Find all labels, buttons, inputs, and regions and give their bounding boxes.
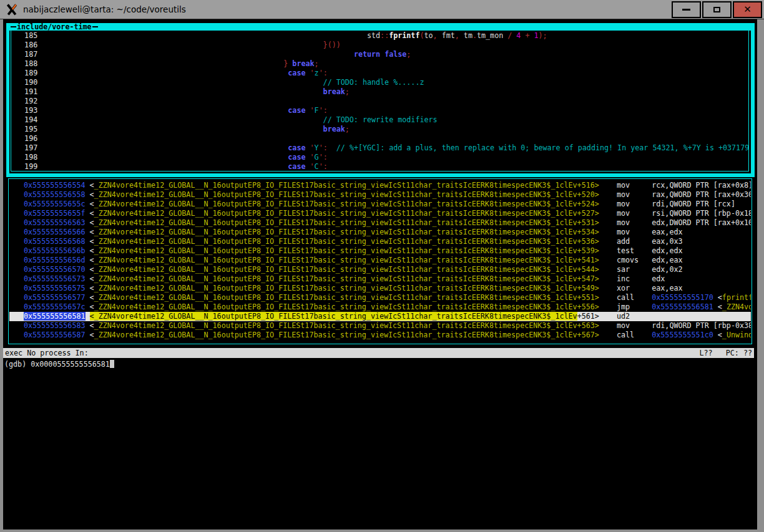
disasm-row: 0x55555555656b <_ZZN4vore4time12_GLOBAL_… (9, 246, 751, 256)
disasm-row: 0x55555555657c <_ZZN4vore4time12_GLOBAL_… (9, 302, 751, 312)
disasm-row: 0x555555556554 <_ZZN4vore4time12_GLOBAL_… (9, 181, 751, 190)
disasm-row: 0x555555556577 <_ZZN4vore4time12_GLOBAL_… (9, 293, 751, 302)
source-panel-border-top (6, 23, 755, 31)
source-panel: include/vore-time 185 std::fprintf(to, f… (6, 23, 755, 177)
disasm-row: 0x555555556581 <_ZZN4vore4time12_GLOBAL_… (9, 312, 751, 321)
minimize-icon (682, 9, 690, 11)
source-panel-title-row: include/vore-time (11, 23, 98, 31)
status-bar: exec No process In: L?? PC: ?? (3, 348, 754, 358)
disasm-row: 0x555555556558 <_ZZN4vore4time12_GLOBAL_… (9, 190, 751, 200)
minimize-button[interactable] (672, 1, 701, 18)
source-line: 197 case 'Y': // %+[YGC]: add a plus, th… (11, 143, 748, 153)
source-line: 194 // TODO: rewrite modifiers (11, 115, 748, 125)
source-line: 189 case 'z': (11, 69, 748, 78)
disassembly-panel: 0x555555556554 <_ZZN4vore4time12_GLOBAL_… (8, 178, 752, 344)
maximize-icon (713, 7, 720, 12)
source-panel-border-left (6, 23, 9, 177)
window-buttons: ✕ (670, 1, 762, 18)
terminal-screen[interactable]: include/vore-time 185 std::fprintf(to, f… (3, 20, 757, 530)
title-dash (11, 26, 16, 27)
source-panel-border-right (751, 23, 755, 177)
source-line: 195 break; (11, 125, 748, 134)
title-dash (92, 26, 98, 27)
disasm-row: 0x555555556570 <_ZZN4vore4time12_GLOBAL_… (9, 265, 751, 274)
source-line: 191 break; (11, 87, 748, 97)
source-line: 188 } break; (11, 59, 748, 69)
disasm-row: 0x555555556563 <_ZZN4vore4time12_GLOBAL_… (9, 218, 751, 228)
x11-logo-icon (6, 3, 18, 16)
source-line: 199 case 'C': (11, 162, 748, 172)
disasm-row: 0x555555556575 <_ZZN4vore4time12_GLOBAL_… (9, 284, 751, 293)
disasm-row: 0x55555555655f <_ZZN4vore4time12_GLOBAL_… (9, 209, 751, 218)
gdb-prompt-line[interactable]: (gdb) 0x0000555555556581 (4, 360, 114, 369)
prompt-text: (gdb) 0x0000555555556581 (4, 360, 110, 369)
source-panel-border-bottom (6, 173, 755, 177)
source-line: 193 case 'F': (11, 106, 748, 115)
source-panel-title: include/vore-time (16, 23, 92, 31)
close-button[interactable]: ✕ (733, 1, 762, 18)
disasm-row: 0x555555556566 <_ZZN4vore4time12_GLOBAL_… (9, 228, 751, 237)
disasm-row: 0x55555555656d <_ZZN4vore4time12_GLOBAL_… (9, 256, 751, 265)
source-line: 186 }()) (11, 41, 748, 50)
window-title: nabijaczleweli@tarta: ~/code/voreutils (23, 4, 186, 14)
window-border-bottom (0, 530, 764, 532)
source-line: 192 (11, 97, 748, 106)
source-line: 190 // TODO: handle %.....z (11, 78, 748, 87)
source-line: 198 case 'G': (11, 153, 748, 162)
disasm-row: 0x555555556568 <_ZZN4vore4time12_GLOBAL_… (9, 237, 751, 246)
status-right: L?? PC: ?? (700, 349, 752, 358)
disasm-row: 0x555555556587 <_ZZN4vore4time12_GLOBAL_… (9, 331, 751, 340)
disasm-row: 0x55555555655c <_ZZN4vore4time12_GLOBAL_… (9, 200, 751, 209)
disasm-rows: 0x555555556554 <_ZZN4vore4time12_GLOBAL_… (9, 181, 751, 343)
disasm-row: 0x555555556583 <_ZZN4vore4time12_GLOBAL_… (9, 321, 751, 331)
maximize-button[interactable] (702, 1, 732, 18)
status-left: exec No process In: (5, 349, 89, 358)
source-line: 196 (11, 134, 748, 143)
source-lines: 185 std::fprintf(to, fmt, tm.tm_mon / 4 … (11, 31, 748, 172)
source-line: 185 std::fprintf(to, fmt, tm.tm_mon / 4 … (11, 31, 748, 41)
disasm-row: 0x555555556573 <_ZZN4vore4time12_GLOBAL_… (9, 274, 751, 284)
title-bar[interactable]: nabijaczleweli@tarta: ~/code/voreutils ✕ (0, 0, 764, 19)
window-border-right (757, 19, 764, 532)
close-icon: ✕ (743, 5, 752, 14)
terminal-window: nabijaczleweli@tarta: ~/code/voreutils ✕… (0, 0, 764, 532)
source-line: 187 return false; (11, 50, 748, 59)
text-cursor (110, 360, 114, 368)
